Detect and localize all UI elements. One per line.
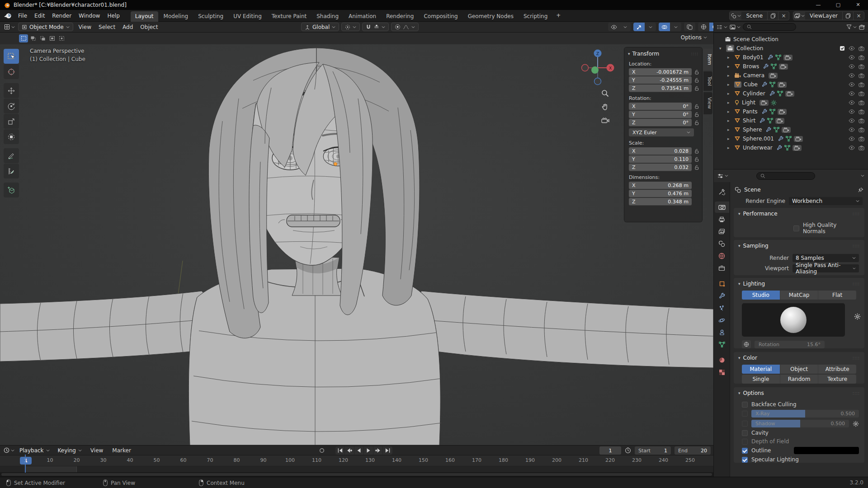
new-scene-button[interactable] [767,12,778,20]
new-collection-button[interactable] [859,24,865,30]
xray-checkbox[interactable] [742,411,748,417]
outliner-search-input[interactable] [743,23,796,31]
select-box-tool[interactable] [4,49,19,64]
location-field[interactable]: Z0.73541 m [629,84,692,92]
menu-item[interactable]: File [14,11,31,20]
lock-icon[interactable] [694,78,699,83]
hide-eye-icon[interactable] [849,100,855,105]
lock-icon[interactable] [694,149,699,154]
timeline-ruler[interactable]: 1020304050607080901001101201301401501601… [0,455,713,466]
outliner-item[interactable]: ▸ Camera [714,71,868,80]
add-viewlayer-button[interactable] [842,12,853,20]
timeline-marker-menu[interactable]: Marker [108,446,134,455]
jump-to-end-button[interactable] [383,446,392,455]
lock-icon[interactable] [694,70,699,75]
shadow-checkbox[interactable] [742,421,748,427]
viewport-menu-item[interactable]: View [75,23,95,31]
hide-eye-icon[interactable] [849,136,855,141]
outline-checkbox[interactable] [742,448,748,454]
lighting-mode-button[interactable]: Flat [818,291,856,300]
timeline-scrollbar[interactable] [0,472,713,477]
disable-render-icon[interactable] [859,82,864,87]
render-engine-dropdown[interactable]: Workbench [789,197,863,205]
lighting-mode-button[interactable]: Studio [742,291,780,300]
lock-icon[interactable] [694,104,699,109]
tab-object[interactable] [715,278,729,289]
collapse-icon[interactable]: ▾ [738,391,741,395]
select-new-button[interactable] [19,34,28,42]
next-keyframe-button[interactable] [373,446,383,455]
menu-item[interactable]: Window [75,11,104,20]
shadow-settings-gear-icon[interactable] [853,421,859,427]
tab-modifiers[interactable] [715,290,729,301]
tab-output[interactable] [715,214,729,225]
panel-grip[interactable]: :::: [853,244,860,248]
dimension-field[interactable]: X0.268 m [629,182,692,189]
tab-texture[interactable] [715,366,729,378]
remove-viewlayer-button[interactable]: × [853,12,864,20]
expand-icon[interactable]: ▸ [727,73,732,78]
collapse-icon[interactable]: ▾ [738,282,741,286]
navigation-gizmo[interactable]: Z X [580,47,616,89]
previous-keyframe-button[interactable] [345,446,354,455]
panel-grip[interactable]: :::: [853,391,860,395]
outliner-item[interactable]: ▸ Cube [714,80,868,89]
hide-eye-icon[interactable] [849,118,855,123]
visibility-dropdown[interactable] [608,23,631,31]
outliner-item[interactable]: ▸ Sphere.001 [714,134,868,143]
wireframe-shading-button[interactable] [698,23,709,31]
lock-icon[interactable] [694,86,699,91]
maximize-button[interactable]: ▢ [828,0,848,10]
workspace-tab[interactable]: Shading [312,11,343,22]
timeline-editor-icon[interactable] [4,447,14,453]
workspace-tab[interactable]: Texture Paint [267,11,311,22]
color-mode-button[interactable]: Attribute [818,365,856,374]
rotation-field[interactable]: Y0° [629,111,692,118]
expand-icon[interactable]: ▸ [727,127,732,132]
outliner-item[interactable]: ▸ Brows [714,62,868,71]
xray-slider[interactable]: X-Ray 0.500 [751,410,859,418]
disable-render-icon[interactable] [859,109,864,114]
mode-selector[interactable]: Object Mode [18,23,73,31]
select-invert-button[interactable] [47,34,57,42]
options-button[interactable]: Options [681,34,707,41]
start-frame-field[interactable]: Start 1 [635,446,671,455]
tab-render[interactable] [715,202,729,213]
outliner-display-mode[interactable] [717,24,727,30]
sidebar-tab[interactable]: Item [703,49,712,70]
disable-render-icon[interactable] [859,73,864,78]
disable-render-icon[interactable] [859,136,864,141]
expand-icon[interactable]: ▸ [727,55,732,60]
lock-icon[interactable] [694,120,699,126]
dimension-field[interactable]: Z0.348 m [629,198,692,206]
workspace-tab[interactable]: Geometry Nodes [463,11,518,22]
playhead[interactable] [25,455,26,473]
scale-field[interactable]: X0.028 [629,147,692,155]
workspace-tab[interactable]: Compositing [419,11,462,22]
disable-render-icon[interactable] [859,100,864,105]
playback-menu[interactable]: Playback [16,446,53,455]
outline-color-swatch[interactable] [794,447,859,454]
color-mode-button[interactable]: Random [780,375,819,384]
panel-grip[interactable]: :::: [853,356,860,360]
outliner-item[interactable]: ▸ Sphere [714,125,868,134]
viewport-menu-item[interactable]: Add [119,23,137,31]
menu-item[interactable]: Help [104,11,123,20]
tab-scene[interactable] [715,238,729,249]
auto-keyframe-clock-icon[interactable] [625,447,631,454]
disable-render-icon[interactable] [859,46,864,51]
disable-render-icon[interactable] [859,55,864,60]
tab-object-data[interactable] [715,339,729,350]
breadcrumb-label[interactable]: Scene [744,187,761,193]
rotation-mode-dropdown[interactable]: XYZ Euler [629,128,694,136]
expand-icon[interactable]: ▸ [727,64,732,69]
scene-icon[interactable] [730,12,741,20]
timeline-track-area[interactable] [0,466,713,472]
hide-eye-icon[interactable] [849,55,855,60]
menu-item[interactable]: Render [48,11,75,20]
panel-grip[interactable]: :::: [853,211,860,216]
tab-particles[interactable] [715,302,729,314]
sidebar-tab[interactable]: View [703,92,712,114]
expand-icon[interactable]: ▸ [727,82,732,87]
viewport-samples-dropdown[interactable]: Single Pass Anti-Aliasing [793,264,859,272]
